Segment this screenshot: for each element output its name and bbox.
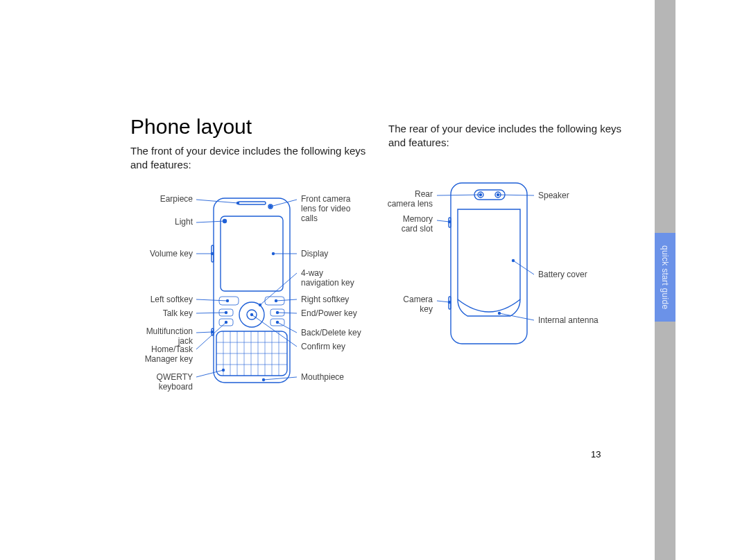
label-confirm: Confirm key	[301, 342, 345, 352]
label-volume-key: Volume key	[130, 250, 193, 259]
svg-point-55	[276, 321, 279, 324]
svg-line-38	[196, 332, 212, 333]
svg-point-49	[259, 304, 261, 306]
svg-point-35	[226, 299, 229, 302]
sidebar-tab-label-wrap: quick start guide	[655, 233, 675, 322]
label-speaker: Speaker	[538, 191, 569, 201]
sidebar-stripe-upper	[655, 0, 675, 233]
label-4way-2: navigation key	[301, 279, 354, 288]
svg-point-29	[236, 202, 239, 204]
svg-line-68	[437, 220, 449, 222]
label-left-softkey: Left softkey	[130, 295, 193, 305]
label-camera-key-2: key	[384, 305, 433, 315]
label-display: Display	[301, 250, 328, 259]
page-number: 13	[591, 449, 601, 460]
label-back-delete: Back/Delete key	[301, 329, 361, 338]
svg-point-31	[223, 220, 226, 222]
svg-rect-0	[214, 198, 290, 383]
svg-point-71	[448, 301, 451, 304]
label-internal-antenna: Internal antenna	[538, 316, 599, 326]
label-home-task-2: Manager key	[130, 355, 193, 365]
svg-point-51	[275, 299, 277, 302]
label-mouthpiece: Mouthpiece	[301, 373, 344, 383]
svg-point-33	[211, 252, 214, 255]
label-front-camera-1: Front camera	[301, 195, 350, 204]
label-rear-camera-1: Rear	[384, 190, 433, 200]
svg-point-53	[276, 311, 279, 314]
svg-point-41	[225, 321, 227, 324]
label-front-camera-2: lens for video	[301, 204, 350, 214]
label-earpiece: Earpiece	[130, 195, 193, 204]
svg-point-59	[262, 378, 265, 381]
svg-point-37	[225, 311, 227, 314]
label-battery-cover: Battery cover	[538, 270, 587, 280]
rear-intro-text: The rear of your device includes the fol…	[388, 122, 624, 150]
front-intro-text: The front of your device includes the fo…	[130, 144, 366, 173]
label-4way-1: 4-way	[301, 269, 323, 279]
rear-diagram: Rear camera lens Memory card slot Camera…	[388, 177, 610, 358]
svg-point-47	[272, 252, 275, 255]
svg-point-43	[222, 369, 225, 371]
label-light: Light	[130, 218, 193, 227]
svg-rect-60	[451, 183, 527, 344]
label-multifunction-1: Multifunction	[130, 327, 193, 337]
front-diagram: Earpiece Light Volume key Left softkey T…	[130, 191, 373, 399]
svg-point-69	[448, 220, 451, 223]
label-front-camera-3: calls	[301, 214, 318, 224]
label-memory-1: Memory	[384, 215, 433, 225]
svg-point-75	[512, 259, 515, 262]
label-memory-2: card slot	[384, 225, 433, 234]
svg-point-67	[479, 193, 482, 196]
label-camera-key-1: Camera	[384, 295, 433, 305]
svg-point-45	[269, 205, 272, 208]
svg-line-70	[437, 301, 449, 302]
svg-point-57	[250, 313, 253, 316]
label-home-task-1: Home/Task	[130, 345, 193, 355]
label-rear-camera-2: camera lens	[384, 200, 433, 209]
label-talk-key: Talk key	[130, 309, 193, 319]
label-end-power: End/Power key	[301, 309, 357, 319]
sidebar-tab-label: quick start guide	[660, 245, 670, 309]
section-title: Phone layout	[130, 115, 252, 139]
svg-point-73	[497, 193, 499, 196]
svg-point-39	[211, 331, 214, 333]
manual-page: quick start guide Phone layout The front…	[0, 0, 749, 560]
sidebar-stripe-lower	[655, 322, 675, 560]
svg-point-77	[498, 312, 501, 315]
label-right-softkey: Right softkey	[301, 295, 349, 305]
label-qwerty-2: keyboard	[130, 383, 193, 392]
label-qwerty-1: QWERTY	[130, 373, 193, 383]
